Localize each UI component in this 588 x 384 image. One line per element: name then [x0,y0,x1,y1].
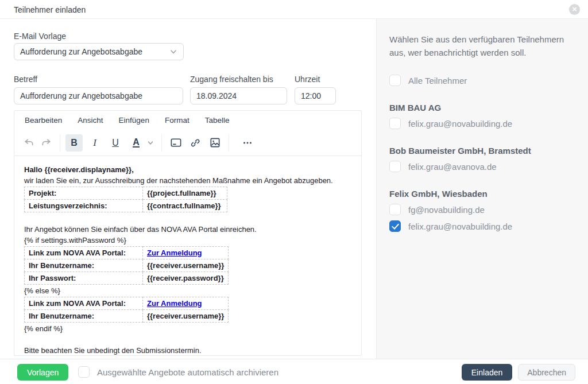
participant-checkbox[interactable] [389,118,401,129]
bold-button[interactable]: B [65,134,83,152]
template-select[interactable]: Aufforderung zur Angebotsabgabe [14,43,184,60]
participant-email-row: felix.grau@novabuilding.de [389,220,575,232]
portal-line: Ihr Angebot können Sie einfach über das … [24,224,351,235]
table-row: Ihr Passwort:{{receiver.password}} [25,272,229,285]
editor-toolbar: B I U A [14,130,361,156]
dialog-footer: Vorlagen Ausgewählte Angebote automatisc… [0,359,588,384]
all-participants-label: Alle Teilnehmer [408,76,467,86]
table-row: Ihr Benutzername:{{receiver.username}} [25,310,229,323]
all-participants-checkbox[interactable] [389,75,401,86]
endif-line: {% endif %} [24,323,351,334]
participant-group: Felix GmbH, Wiesbadenfg@novabuilding.def… [389,189,575,232]
table-row: Ihr Benutzername:{{receiver.username}} [25,259,229,272]
participant-email: felix.grau@novabuilding.de [408,222,512,231]
italic-icon: I [93,137,96,149]
participant-group: Bob Baumeister GmbH, Bramstedtfelix.grau… [389,146,575,172]
participant-checkbox[interactable] [389,161,401,172]
template-select-value: Aufforderung zur Angebotsabgabe [20,47,169,56]
dialog-title: Teilnehmer einladen [14,5,86,14]
templates-button[interactable]: Vorlagen [17,364,68,381]
contract-label: Leistungsverzeichnis: [25,200,143,212]
participant-email: felix.grau@avanova.de [408,162,497,172]
archive-label: Ausgewählte Angebote automatisch archivi… [97,367,278,377]
participants-panel: Wählen Sie aus den verfügbaren Teilnehme… [376,19,588,359]
username-value: {{receiver.username}} [143,310,229,323]
image-icon[interactable] [206,134,223,152]
login-table-without-password: Link zum NOVA AVA Portal:Zur Anmeldung I… [24,297,229,323]
password-value: {{receiver.password}} [143,272,229,285]
email-intro: wir laden Sie ein, zur Ausschreibung der… [24,175,351,186]
participant-email-row: felix.grau@avanova.de [389,161,575,172]
participant-email: felix.grau@novabuilding.de [408,119,512,129]
menu-tabelle[interactable]: Tabelle [205,116,230,125]
more-options-icon[interactable] [239,134,256,152]
undo-icon[interactable] [20,134,37,152]
access-until-label: Zugang freischalten bis [190,75,273,84]
table-row: Projekt:{{project.fullname}} [25,187,227,200]
participant-checkbox[interactable] [389,204,401,215]
username-value: {{receiver.username}} [143,259,229,272]
menu-einfuegen[interactable]: Einfügen [119,116,149,125]
chevron-down-icon [169,48,177,56]
insert-template-icon[interactable] [167,134,184,152]
closing-line: Bitte beachten Sie unbedingt den Submiss… [24,345,351,356]
company-name: BIM BAU AG [389,103,575,113]
time-input[interactable] [295,87,336,104]
time-label: Uhrzeit [295,75,320,84]
cancel-button[interactable]: Abbrechen [518,364,575,381]
login-link[interactable]: Zur Anmeldung [147,299,202,308]
archive-checkbox[interactable] [78,366,90,378]
table-row: Link zum NOVA AVA Portal:Zur Anmeldung [25,247,229,259]
toolbar-divider [229,134,229,152]
company-name: Bob Baumeister GmbH, Bramstedt [389,146,575,156]
project-label: Projekt: [25,187,143,200]
menu-format[interactable]: Format [165,116,189,125]
all-participants-row: Alle Teilnehmer [389,75,575,86]
table-row: Leistungsverzeichnis:{{contract.fullname… [25,200,227,212]
participant-email-row: fg@novabuilding.de [389,204,575,215]
participant-email-row: felix.grau@novabuilding.de [389,118,575,129]
template-label: E-Mail Vorlage [14,32,66,41]
access-until-input[interactable] [190,87,287,104]
email-editor: Bearbeiten Ansicht Einfügen Format Tabel… [14,110,362,356]
text-color-icon: A [133,138,140,148]
menu-bearbeiten[interactable]: Bearbeiten [25,116,62,125]
password-label: Ihr Passwort: [25,272,143,285]
invite-button[interactable]: Einladen [462,364,513,381]
subject-input[interactable] [14,87,183,104]
login-table-with-password: Link zum NOVA AVA Portal:Zur Anmeldung I… [24,246,229,285]
underline-button[interactable]: U [107,134,124,152]
dialog-header: Teilnehmer einladen ✕ [0,0,588,19]
menu-ansicht[interactable]: Ansicht [78,116,103,125]
text-color-chevron-icon[interactable] [145,134,156,152]
if-line: {% if settings.withPassword %} [24,235,351,246]
blank-line [24,334,351,345]
text-color-button[interactable]: A [127,134,145,152]
participants-instructions: Wählen Sie aus den verfügbaren Teilnehme… [389,33,573,59]
project-value: {{project.fullname}} [143,187,227,200]
contract-value: {{contract.fullname}} [143,200,227,212]
participant-group: BIM BAU AGfelix.grau@novabuilding.de [389,103,575,129]
email-body[interactable]: Hallo {{receiver.displayname}}, wir lade… [14,156,361,364]
participant-checkbox[interactable] [389,220,401,232]
company-name: Felix GmbH, Wiesbaden [389,189,575,199]
redo-icon[interactable] [37,134,55,152]
login-link[interactable]: Zur Anmeldung [147,249,202,257]
project-table: Projekt:{{project.fullname}} Leistungsve… [24,187,227,212]
else-line: {% else %} [24,285,351,296]
toolbar-divider [161,134,162,152]
link-icon[interactable] [187,134,204,152]
participant-email: fg@novabuilding.de [408,205,485,215]
underline-icon: U [112,138,119,148]
table-row: Link zum NOVA AVA Portal:Zur Anmeldung [25,297,229,310]
username-label: Ihr Benutzername: [25,310,143,323]
subject-label: Betreff [14,75,37,84]
username-label: Ihr Benutzername: [25,259,143,272]
email-greeting: Hallo {{receiver.displayname}}, [24,164,351,175]
editor-menubar: Bearbeiten Ansicht Einfügen Format Tabel… [14,111,361,130]
portal-link-label: Link zum NOVA AVA Portal: [25,247,143,259]
close-icon[interactable]: ✕ [569,4,580,15]
blank-line [24,213,351,224]
toolbar-divider [60,134,60,152]
italic-button[interactable]: I [86,134,103,152]
